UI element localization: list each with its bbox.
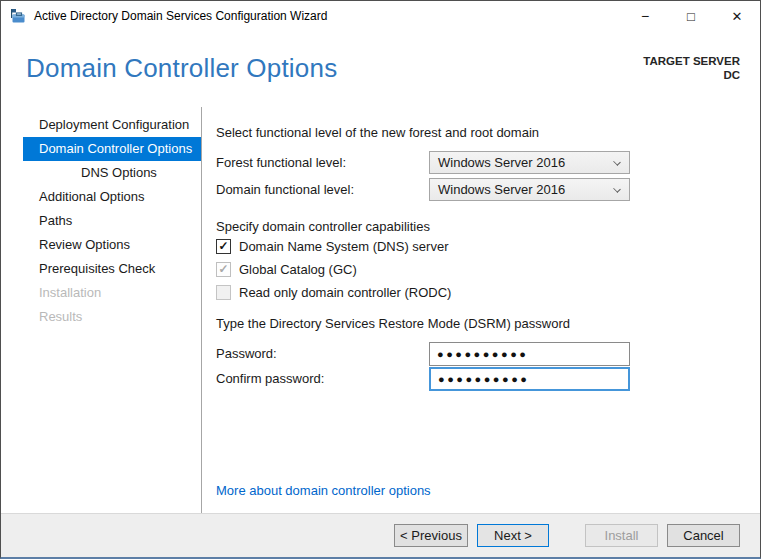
cancel-button[interactable]: Cancel [667,524,740,547]
wizard-content: Select functional level of the new fores… [203,107,760,515]
domain-functional-level-label: Domain functional level: [216,182,354,197]
checkbox-dns-server[interactable]: ✓ Domain Name System (DNS) server [216,239,449,254]
capabilities-heading: Specify domain controller capabilities [216,219,430,234]
window-controls: − □ ✕ [622,1,760,31]
forest-functional-level-dropdown[interactable]: Windows Server 2016 [429,151,630,174]
sidebar-item-results: Results [23,305,201,329]
checkbox-checked-icon[interactable]: ✓ [216,239,231,254]
checkbox-unchecked-disabled-icon [216,285,231,300]
sidebar-item-prerequisites-check[interactable]: Prerequisites Check [23,257,201,281]
previous-button[interactable]: < Previous [394,524,468,547]
checkbox-rodc-label: Read only domain controller (RODC) [239,285,451,300]
sidebar-item-deployment-configuration[interactable]: Deployment Configuration [23,113,201,137]
wizard-body: Deployment Configuration Domain Controll… [1,107,760,515]
page-title: Domain Controller Options [26,53,337,84]
next-button[interactable]: Next > [477,524,549,547]
window-title: Active Directory Domain Services Configu… [34,9,327,23]
sidebar-item-paths[interactable]: Paths [23,209,201,233]
titlebar: Active Directory Domain Services Configu… [1,1,760,31]
password-label: Password: [216,346,277,361]
domain-functional-level-value: Windows Server 2016 [438,182,565,197]
target-server-name: DC [643,68,740,82]
wizard-steps-sidebar: Deployment Configuration Domain Controll… [1,107,202,515]
checkbox-dns-server-label: Domain Name System (DNS) server [239,239,449,254]
domain-functional-level-dropdown[interactable]: Windows Server 2016 [429,178,630,201]
checkbox-global-catalog: ✓ Global Catalog (GC) [216,262,357,277]
sidebar-item-review-options[interactable]: Review Options [23,233,201,257]
checkbox-global-catalog-label: Global Catalog (GC) [239,262,357,277]
wizard-window: Active Directory Domain Services Configu… [0,0,761,559]
maximize-button[interactable]: □ [668,1,714,31]
target-server-label: TARGET SERVER [643,54,740,68]
checkbox-rodc: Read only domain controller (RODC) [216,285,451,300]
dsrm-heading: Type the Directory Services Restore Mode… [216,316,570,331]
sidebar-item-dns-options[interactable]: DNS Options [23,161,201,185]
chevron-down-icon [613,185,621,193]
target-server-block: TARGET SERVER DC [643,54,740,82]
confirm-password-input[interactable] [429,367,630,391]
install-button: Install [585,524,658,547]
sidebar-item-domain-controller-options[interactable]: Domain Controller Options [23,137,201,161]
more-about-link[interactable]: More about domain controller options [216,483,431,498]
sidebar-item-installation: Installation [23,281,201,305]
chevron-down-icon [613,158,621,166]
confirm-password-label: Confirm password: [216,371,324,386]
sidebar-item-additional-options[interactable]: Additional Options [23,185,201,209]
functional-level-heading: Select functional level of the new fores… [216,125,539,140]
minimize-button[interactable]: − [622,1,668,31]
checkbox-checked-disabled-icon: ✓ [216,262,231,277]
wizard-footer: < Previous Next > Install Cancel [1,513,760,557]
forest-functional-level-label: Forest functional level: [216,155,346,170]
password-input[interactable] [429,342,630,366]
close-button[interactable]: ✕ [714,1,760,31]
server-manager-icon [10,8,26,24]
forest-functional-level-value: Windows Server 2016 [438,155,565,170]
